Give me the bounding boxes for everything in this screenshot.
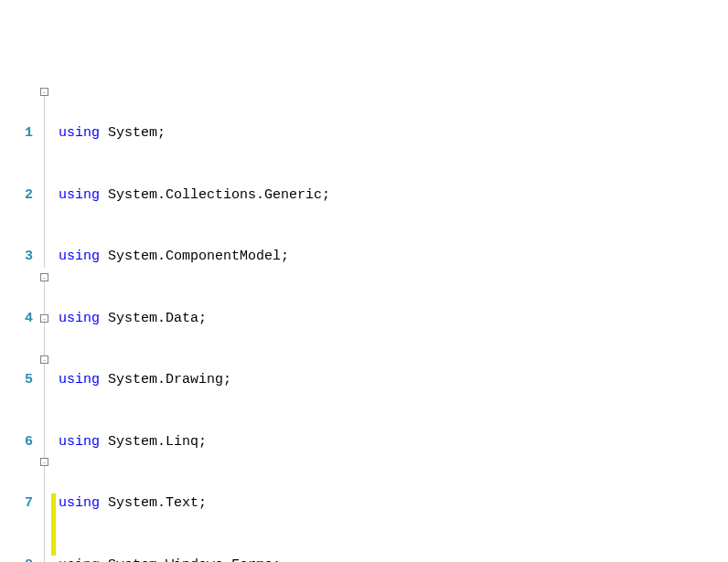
code-text: System.Text; [100,495,207,511]
code-line[interactable]: using System.Linq; [59,432,728,453]
keyword: using [59,434,100,450]
line-number: 8 [0,556,33,563]
line-number: 3 [0,247,33,268]
change-marker-icon [51,493,56,514]
code-text: System.Linq; [100,434,207,450]
outline-line [44,96,45,268]
code-line[interactable]: using System.Drawing; [59,370,728,391]
code-line[interactable]: using System.Windows.Forms; [59,556,728,563]
code-editor[interactable]: 1 2 3 4 5 6 7 8 9 10 11 12 13 14 15 16 1… [0,82,728,562]
line-number: 5 [0,370,33,391]
keyword: using [59,495,100,511]
line-number: 1 [0,123,33,144]
line-number: 7 [0,493,33,514]
keyword: using [59,311,100,326]
keyword: using [59,249,100,264]
fold-toggle-icon[interactable]: - [40,458,48,466]
line-number: 2 [0,186,33,207]
code-text: System.Collections.Generic; [100,187,330,203]
code-text: System.Drawing; [100,372,231,387]
code-line[interactable]: using System.Data; [59,309,728,330]
line-number-gutter: 1 2 3 4 5 6 7 8 9 10 11 12 13 14 15 16 1… [0,82,38,562]
code-line[interactable]: using System.Collections.Generic; [59,186,728,207]
keyword: using [59,187,100,203]
fold-toggle-icon[interactable]: - [40,273,48,281]
code-text: System.ComponentModel; [100,249,289,264]
code-line[interactable]: using System; [59,123,728,144]
change-marker-icon [51,535,56,556]
outline-line [44,281,45,562]
code-text: System.Windows.Forms; [100,557,281,563]
outline-margin: - - - - - [38,82,51,562]
keyword: using [59,372,100,387]
change-margin [51,82,57,562]
code-text: System; [100,125,166,141]
keyword: using [59,557,100,563]
keyword: using [59,125,100,141]
line-number: 6 [0,432,33,453]
change-marker-icon [51,514,56,535]
fold-toggle-icon[interactable]: - [40,314,48,323]
fold-toggle-icon[interactable]: - [40,88,48,96]
fold-toggle-icon[interactable]: - [40,355,48,364]
code-line[interactable]: using System.ComponentModel; [59,247,728,268]
code-line[interactable]: using System.Text; [59,493,728,514]
code-text: System.Data; [100,311,207,326]
line-number: 4 [0,309,33,330]
code-area[interactable]: using System; using System.Collections.G… [57,82,728,562]
